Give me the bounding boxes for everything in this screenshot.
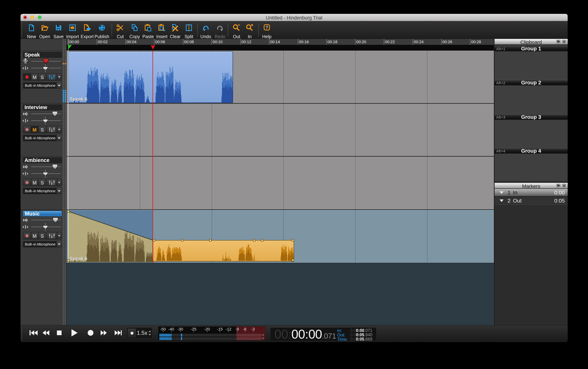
svg-text:?: ? bbox=[265, 25, 268, 30]
